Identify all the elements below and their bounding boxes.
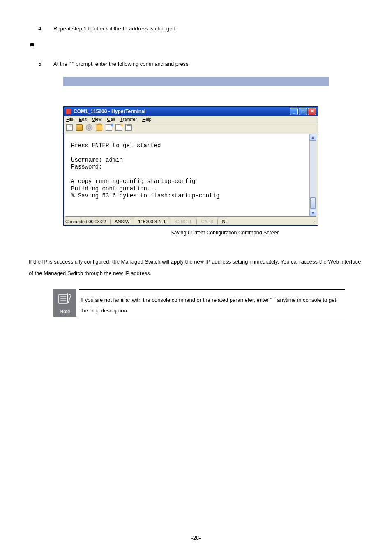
step-4-number: 4. [29,25,53,33]
status-nl: NL [217,219,232,224]
note-text: If you are not familiar with the console… [79,289,345,321]
disconnect-icon[interactable] [96,124,102,131]
note-label: Note [60,309,70,314]
bullet-square [30,43,34,46]
status-connected: Connected 00:03:22 [65,219,110,224]
scroll-thumb[interactable] [310,197,316,209]
properties-icon[interactable] [125,124,132,131]
connect-icon[interactable] [86,124,92,131]
page-number: -28- [0,535,392,541]
scrollbar[interactable]: ▲ ▼ [309,134,316,216]
maximize-button[interactable]: □ [299,108,307,115]
toolbar [64,123,318,132]
menu-call[interactable]: Call [107,117,115,122]
close-button[interactable]: ✕ [308,108,316,115]
status-scroll: SCROLL [170,219,196,224]
body-paragraph: If the IP is successfully configured, th… [29,256,363,280]
new-icon[interactable] [66,124,73,131]
step-5-number: 5. [29,60,53,69]
scroll-up-icon[interactable]: ▲ [310,134,316,141]
scroll-down-icon[interactable]: ▼ [310,210,316,216]
menu-edit[interactable]: Edit [79,117,87,122]
receive-icon[interactable] [115,124,122,131]
window-title: COM1_115200 - HyperTerminal [74,109,145,114]
hyperterminal-window: COM1_115200 - HyperTerminal _ □ ✕ File E… [63,106,318,226]
step-5-text: At the " " prompt, enter the following c… [53,60,363,69]
status-caps: CAPS [196,219,217,224]
menu-bar[interactable]: File Edit View Call Transfer Help [64,116,318,123]
menu-help[interactable]: Help [142,117,152,122]
app-icon [65,109,71,114]
status-emulation: ANSIW [110,219,134,224]
menu-transfer[interactable]: Transfer [120,117,137,122]
status-bar: Connected 00:03:22 ANSIW 115200 8-N-1 SC… [64,218,318,225]
open-icon[interactable] [76,124,83,131]
command-input-bar [63,77,329,86]
minimize-button[interactable]: _ [290,108,298,115]
figure-caption: Saving Current Configuration Command Scr… [98,230,353,236]
send-icon[interactable] [106,124,112,131]
menu-view[interactable]: View [92,117,102,122]
menu-file[interactable]: File [66,117,74,122]
svg-rect-0 [59,294,68,303]
step-4-text: Repeat step 1 to check if the IP address… [53,25,363,33]
note-icon: Note [53,289,76,317]
window-titlebar[interactable]: COM1_115200 - HyperTerminal _ □ ✕ [64,107,318,116]
resize-grip-icon[interactable]: ⋰ [312,219,316,224]
terminal-output[interactable]: Press ENTER to get started Username: adm… [65,134,309,216]
status-params: 115200 8-N-1 [134,219,170,224]
